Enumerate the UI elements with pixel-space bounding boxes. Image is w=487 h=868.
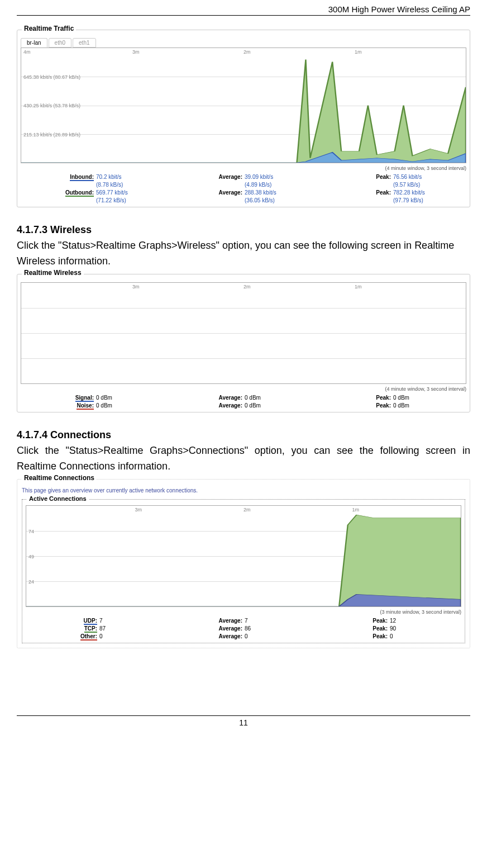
traffic-chart: 4m 3m 2m 1m 645.38 kbit/s (80.67 kB/s) 4… <box>21 48 466 163</box>
avg-label: Average: <box>169 173 242 181</box>
tcp-avg: 86 <box>245 625 316 633</box>
active-connections-legend: Active Connections <box>27 495 89 502</box>
realtime-wireless-panel: Realtime Wireless 3m 2m 1m (4 minute win… <box>17 274 470 412</box>
connections-chart: 3m 2m 1m 74 49 24 <box>26 505 461 607</box>
text-connections: Click the "Status>Realtime Graphs>Connec… <box>17 443 470 475</box>
wireless-stats: Signal: Noise: 0 dBm 0 dBm Average: Aver… <box>17 394 470 412</box>
noise-label: Noise: <box>77 402 94 410</box>
other-peak: 0 <box>390 633 461 641</box>
wireless-footnote: (4 minute window, 3 second interval) <box>17 386 470 394</box>
x-mark: 2m <box>244 284 251 290</box>
inbound-avg: 39.09 kbit/s <box>245 173 318 181</box>
avg-label: Average: <box>169 402 242 410</box>
peak-label: Peak: <box>316 617 388 625</box>
text-wireless: Click the "Status>Realtime Graphs>Wirele… <box>17 238 470 269</box>
noise-val: 0 dBm <box>96 402 169 410</box>
peak-label: Peak: <box>316 625 388 633</box>
tcp-peak: 90 <box>390 625 461 633</box>
tab-eth0[interactable]: eth0 <box>49 38 71 48</box>
udp-peak: 12 <box>390 617 461 625</box>
traffic-tabs: br-lan eth0 eth1 <box>17 30 470 48</box>
signal-avg: 0 dBm <box>245 394 318 402</box>
page-footer: 11 <box>17 715 470 727</box>
realtime-traffic-panel: Realtime Traffic br-lan eth0 eth1 4m 3m … <box>17 30 470 207</box>
other-label: Other: <box>80 633 97 641</box>
signal-val: 0 dBm <box>96 394 169 402</box>
inbound-sub-spacer <box>21 181 94 189</box>
panel-title-connections: Realtime Connections <box>22 474 97 482</box>
tab-eth1[interactable]: eth1 <box>73 38 96 48</box>
inbound-avg-sub: (4.89 kB/s) <box>245 181 318 189</box>
outbound-val: 569.77 kbit/s <box>96 189 169 197</box>
peak-label: Peak: <box>318 189 391 197</box>
inbound-label: Inbound: <box>70 174 94 181</box>
other-avg: 0 <box>245 633 316 641</box>
peak-label: Peak: <box>316 633 388 641</box>
tcp-label: TCP: <box>84 625 97 633</box>
traffic-footnote: (4 minute window, 3 second interval) <box>17 165 470 173</box>
inbound-sub: (8.78 kB/s) <box>96 181 169 189</box>
udp-avg: 7 <box>245 617 316 625</box>
outbound-sub: (71.22 kB/s) <box>96 197 169 205</box>
heading-wireless: 4.1.7.3 Wireless <box>17 224 470 236</box>
connections-footnote: (3 minute window, 3 second interval) <box>22 609 465 617</box>
outbound-label: Outbound: <box>65 189 94 197</box>
page-header: 300M High Power Wireless Ceiling AP <box>17 0 470 16</box>
peak-label: Peak: <box>318 402 391 410</box>
outbound-avg: 288.38 kbit/s <box>245 189 318 197</box>
x-mark: 3m <box>132 284 140 290</box>
avg-label: Average: <box>171 633 242 641</box>
avg-label: Average: <box>169 189 242 197</box>
wireless-chart: 3m 2m 1m <box>21 282 466 384</box>
inbound-peak: 76.56 kbit/s <box>393 173 466 181</box>
avg-label: Average: <box>171 625 242 633</box>
signal-peak: 0 dBm <box>393 394 466 402</box>
doc-title: 300M High Power Wireless Ceiling AP <box>328 4 470 14</box>
realtime-connections-panel: Realtime Connections This page gives an … <box>17 479 470 648</box>
udp-label: UDP: <box>84 618 97 625</box>
outbound-peak: 782.28 kbit/s <box>393 189 466 197</box>
panel-title-wireless: Realtime Wireless <box>22 269 84 277</box>
tab-br-lan[interactable]: br-lan <box>21 38 47 48</box>
inbound-val: 70.2 kbit/s <box>96 173 169 181</box>
other-val: 0 <box>99 633 171 641</box>
signal-label: Signal: <box>75 395 94 402</box>
outbound-peak-sub: (97.79 kB/s) <box>393 197 466 205</box>
avg-label: Average: <box>169 394 242 402</box>
inbound-peak-sub: (9.57 kB/s) <box>393 181 466 189</box>
heading-connections: 4.1.7.4 Connections <box>17 429 470 441</box>
connections-subtitle: This page gives an overview over current… <box>17 480 470 495</box>
udp-val: 7 <box>99 617 171 625</box>
page-number: 11 <box>239 718 248 727</box>
active-connections-fieldset: Active Connections 3m 2m 1m 74 49 24 (3 … <box>22 499 465 643</box>
traffic-stats: Inbound: Outbound: 70.2 kbit/s (8.78 kB/… <box>17 173 470 207</box>
x-mark: 1m <box>355 284 362 290</box>
traffic-area-icon <box>21 48 466 163</box>
panel-title-traffic: Realtime Traffic <box>22 25 76 32</box>
noise-peak: 0 dBm <box>393 402 466 410</box>
peak-label: Peak: <box>318 394 391 402</box>
outbound-avg-sub: (36.05 kB/s) <box>245 197 318 205</box>
peak-label: Peak: <box>318 173 391 181</box>
connections-area-icon <box>26 506 461 606</box>
connections-stats: UDP: TCP: Other: 7 87 0 Average: Average… <box>22 617 465 643</box>
tcp-val: 87 <box>99 625 171 633</box>
avg-label: Average: <box>171 617 242 625</box>
noise-avg: 0 dBm <box>245 402 318 410</box>
